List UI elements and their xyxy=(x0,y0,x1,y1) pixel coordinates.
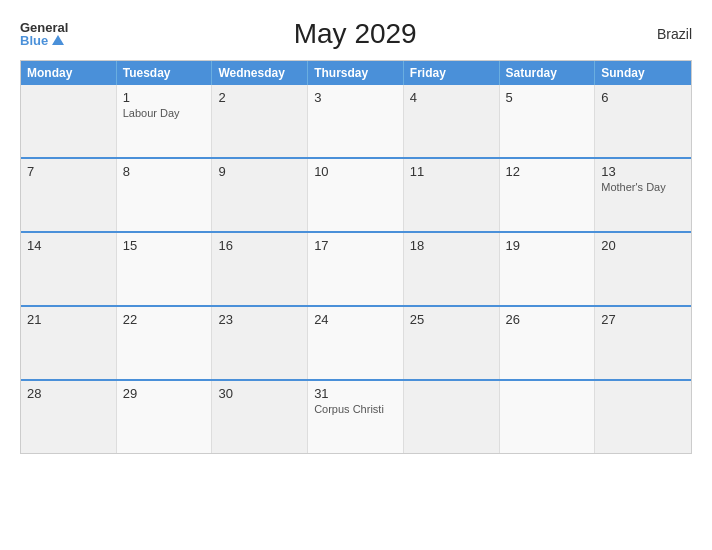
week-row-4: 21222324252627 xyxy=(21,305,691,379)
header: General Blue May 2029 Brazil xyxy=(20,18,692,50)
day-number: 1 xyxy=(123,90,206,105)
calendar-body: 1Labour Day2345678910111213Mother's Day1… xyxy=(21,85,691,453)
day-cell: 31Corpus Christi xyxy=(308,381,404,453)
day-number: 5 xyxy=(506,90,589,105)
day-cell: 9 xyxy=(212,159,308,231)
day-number: 25 xyxy=(410,312,493,327)
day-number: 28 xyxy=(27,386,110,401)
day-number: 19 xyxy=(506,238,589,253)
day-event: Corpus Christi xyxy=(314,403,397,415)
header-monday: Monday xyxy=(21,61,117,85)
header-friday: Friday xyxy=(404,61,500,85)
day-cell: 5 xyxy=(500,85,596,157)
header-sunday: Sunday xyxy=(595,61,691,85)
day-cell: 24 xyxy=(308,307,404,379)
day-cell: 1Labour Day xyxy=(117,85,213,157)
day-number: 30 xyxy=(218,386,301,401)
country-label: Brazil xyxy=(642,26,692,42)
day-cell: 19 xyxy=(500,233,596,305)
day-cell: 8 xyxy=(117,159,213,231)
header-wednesday: Wednesday xyxy=(212,61,308,85)
day-cell: 16 xyxy=(212,233,308,305)
logo: General Blue xyxy=(20,21,68,47)
day-event: Mother's Day xyxy=(601,181,685,193)
day-cell: 18 xyxy=(404,233,500,305)
week-row-3: 14151617181920 xyxy=(21,231,691,305)
day-number: 31 xyxy=(314,386,397,401)
day-cell: 22 xyxy=(117,307,213,379)
day-cell: 23 xyxy=(212,307,308,379)
day-number: 18 xyxy=(410,238,493,253)
day-cell: 28 xyxy=(21,381,117,453)
day-cell: 10 xyxy=(308,159,404,231)
day-number: 4 xyxy=(410,90,493,105)
day-cell: 20 xyxy=(595,233,691,305)
day-number: 16 xyxy=(218,238,301,253)
day-number: 11 xyxy=(410,164,493,179)
day-number: 12 xyxy=(506,164,589,179)
day-cell: 2 xyxy=(212,85,308,157)
day-number: 6 xyxy=(601,90,685,105)
day-cell: 29 xyxy=(117,381,213,453)
header-saturday: Saturday xyxy=(500,61,596,85)
day-cell: 4 xyxy=(404,85,500,157)
day-cell xyxy=(21,85,117,157)
day-number: 3 xyxy=(314,90,397,105)
day-number: 23 xyxy=(218,312,301,327)
day-number: 21 xyxy=(27,312,110,327)
day-cell: 30 xyxy=(212,381,308,453)
day-number: 24 xyxy=(314,312,397,327)
day-number: 20 xyxy=(601,238,685,253)
day-number: 22 xyxy=(123,312,206,327)
day-cell xyxy=(595,381,691,453)
day-number: 15 xyxy=(123,238,206,253)
day-number: 2 xyxy=(218,90,301,105)
day-cell: 6 xyxy=(595,85,691,157)
day-cell xyxy=(500,381,596,453)
day-cell: 11 xyxy=(404,159,500,231)
day-number: 17 xyxy=(314,238,397,253)
day-cell: 17 xyxy=(308,233,404,305)
calendar: Monday Tuesday Wednesday Thursday Friday… xyxy=(20,60,692,454)
week-row-5: 28293031Corpus Christi xyxy=(21,379,691,453)
day-cell: 12 xyxy=(500,159,596,231)
day-cell xyxy=(404,381,500,453)
day-cell: 25 xyxy=(404,307,500,379)
day-cell: 13Mother's Day xyxy=(595,159,691,231)
calendar-header-row: Monday Tuesday Wednesday Thursday Friday… xyxy=(21,61,691,85)
week-row-1: 1Labour Day23456 xyxy=(21,85,691,157)
calendar-title: May 2029 xyxy=(68,18,642,50)
day-cell: 15 xyxy=(117,233,213,305)
header-thursday: Thursday xyxy=(308,61,404,85)
day-number: 14 xyxy=(27,238,110,253)
day-number: 8 xyxy=(123,164,206,179)
week-row-2: 78910111213Mother's Day xyxy=(21,157,691,231)
day-number: 13 xyxy=(601,164,685,179)
day-cell: 21 xyxy=(21,307,117,379)
day-cell: 14 xyxy=(21,233,117,305)
day-number: 7 xyxy=(27,164,110,179)
page: General Blue May 2029 Brazil Monday Tues… xyxy=(0,0,712,550)
day-number: 10 xyxy=(314,164,397,179)
header-tuesday: Tuesday xyxy=(117,61,213,85)
day-cell: 3 xyxy=(308,85,404,157)
day-number: 26 xyxy=(506,312,589,327)
day-cell: 27 xyxy=(595,307,691,379)
logo-blue-text: Blue xyxy=(20,34,68,47)
day-number: 29 xyxy=(123,386,206,401)
day-number: 27 xyxy=(601,312,685,327)
day-cell: 7 xyxy=(21,159,117,231)
day-event: Labour Day xyxy=(123,107,206,119)
day-cell: 26 xyxy=(500,307,596,379)
logo-triangle-icon xyxy=(52,35,64,45)
day-number: 9 xyxy=(218,164,301,179)
